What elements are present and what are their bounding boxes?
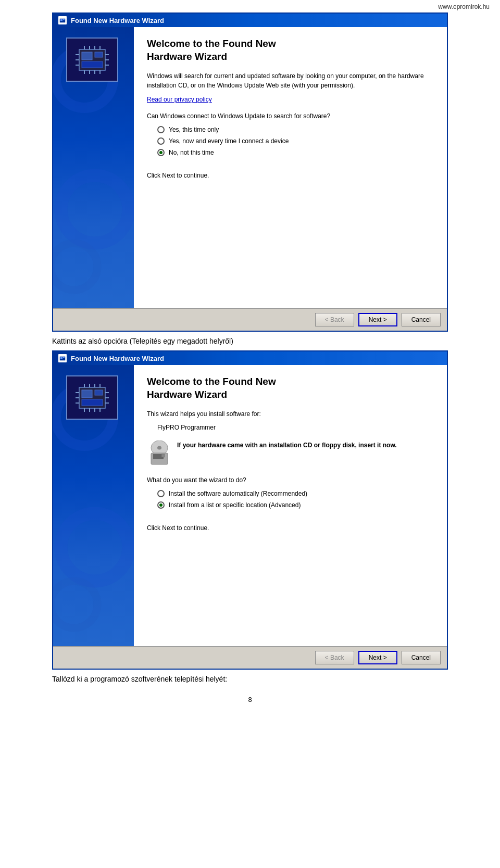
wizard1-main-title: Welcome to the Found New Hardware Wizard xyxy=(147,37,434,63)
svg-rect-33 xyxy=(82,399,103,406)
wizard1-sidebar xyxy=(53,27,134,308)
wizard1-option-2-label: Yes, now and every time I connect a devi… xyxy=(169,137,289,145)
svg-rect-9 xyxy=(82,61,103,68)
wizard1-body: Welcome to the Found New Hardware Wizard… xyxy=(53,27,447,308)
page-number: 8 xyxy=(0,688,500,709)
wizard2-question: What do you want the wizard to do? xyxy=(147,476,434,484)
svg-rect-52 xyxy=(161,454,165,457)
wizard1-footer-text: Click Next to continue. xyxy=(147,172,434,179)
wizard1-radio-1[interactable] xyxy=(157,126,165,133)
wizard1-option-2[interactable]: Yes, now and every time I connect a devi… xyxy=(157,137,434,145)
wizard2-radio-2[interactable] xyxy=(157,501,165,509)
wizard2-radio-group: Install the software automatically (Reco… xyxy=(157,490,434,509)
wizard1-titlebar-icon xyxy=(58,16,67,24)
wizard1-radio-3[interactable] xyxy=(157,149,165,156)
wizard2-titlebar-icon xyxy=(58,354,67,362)
svg-rect-32 xyxy=(95,390,103,395)
svg-rect-31 xyxy=(82,390,92,398)
wizard2-titlebar: Found New Hardware Wizard xyxy=(53,351,447,365)
wizard2-option-2-label: Install from a list or specific location… xyxy=(169,501,301,509)
svg-rect-7 xyxy=(82,52,92,60)
cd-floppy-icon xyxy=(147,441,172,467)
wizard2-device-name: FlyPRO Programmer xyxy=(157,424,434,431)
svg-point-29 xyxy=(53,581,97,628)
wizard2-body: Welcome to the Found New Hardware Wizard… xyxy=(53,365,447,646)
wizard1-container: Found New Hardware Wizard xyxy=(52,12,448,332)
wizard1-option-3-label: No, not this time xyxy=(169,149,214,156)
wizard2-container: Found New Hardware Wizard xyxy=(52,350,448,670)
svg-rect-25 xyxy=(60,357,63,359)
wizard1-option-1-label: Yes, this time only xyxy=(169,126,219,133)
wizard1-titlebar: Found New Hardware Wizard xyxy=(53,14,447,27)
wizard1-cancel-button[interactable]: Cancel xyxy=(402,313,441,326)
wizard1-description: Windows will search for current and upda… xyxy=(147,71,434,90)
wizard1-back-button[interactable]: < Back xyxy=(315,313,354,326)
cd-icon-area: If your hardware came with an installati… xyxy=(147,441,434,467)
wizard1-next-button[interactable]: Next > xyxy=(358,313,397,326)
wizard2-cancel-button[interactable]: Cancel xyxy=(402,651,441,664)
separator2-text: Tallózd ki a programozó szoftverének tel… xyxy=(0,670,500,688)
wizard2-intro: This wizard helps you install software f… xyxy=(147,409,434,419)
wizard1-privacy-link[interactable]: Read our privacy policy xyxy=(147,96,212,103)
wizard2-title-text: Found New Hardware Wizard xyxy=(71,355,164,362)
wizard2-footer-text: Click Next to continue. xyxy=(147,524,434,532)
svg-rect-26 xyxy=(63,357,65,358)
wizard2-option-2[interactable]: Install from a list or specific location… xyxy=(157,501,434,509)
wizard2-hardware-icon xyxy=(66,375,118,420)
wizard1-hardware-icon xyxy=(66,37,118,82)
wizard1-radio-2[interactable] xyxy=(157,137,165,145)
wizard1-content: Welcome to the Found New Hardware Wizard… xyxy=(134,27,447,308)
svg-point-28 xyxy=(61,513,129,581)
wizard1-option-1[interactable]: Yes, this time only xyxy=(157,126,434,133)
wizard1-question: Can Windows connect to Windows Update to… xyxy=(147,112,434,120)
wizard1-title-text: Found New Hardware Wizard xyxy=(71,17,164,24)
wizard2-content: Welcome to the Found New Hardware Wizard… xyxy=(134,365,447,646)
page-url: www.epromirok.hu xyxy=(0,0,500,12)
separator1-text: Kattints az alsó opcióra (Telepítés egy … xyxy=(0,332,500,350)
svg-rect-1 xyxy=(60,19,63,21)
svg-rect-2 xyxy=(63,19,65,20)
svg-point-5 xyxy=(53,243,97,290)
svg-point-4 xyxy=(61,175,129,243)
wizard1-radio-group: Yes, this time only Yes, now and every t… xyxy=(157,126,434,156)
wizard1-option-3[interactable]: No, not this time xyxy=(157,149,434,156)
wizard2-sidebar xyxy=(53,365,134,646)
wizard2-option-1[interactable]: Install the software automatically (Reco… xyxy=(157,490,434,497)
svg-point-49 xyxy=(157,446,161,450)
cd-text: If your hardware came with an installati… xyxy=(177,441,397,450)
wizard2-option-1-label: Install the software automatically (Reco… xyxy=(169,490,307,497)
wizard2-main-title: Welcome to the Found New Hardware Wizard xyxy=(147,375,434,401)
svg-rect-8 xyxy=(95,52,103,57)
wizard2-next-button[interactable]: Next > xyxy=(358,651,397,664)
wizard2-back-button[interactable]: < Back xyxy=(315,651,354,664)
wizard2-buttons: < Back Next > Cancel xyxy=(53,646,447,669)
wizard2-radio-1[interactable] xyxy=(157,490,165,497)
wizard1-buttons: < Back Next > Cancel xyxy=(53,308,447,331)
